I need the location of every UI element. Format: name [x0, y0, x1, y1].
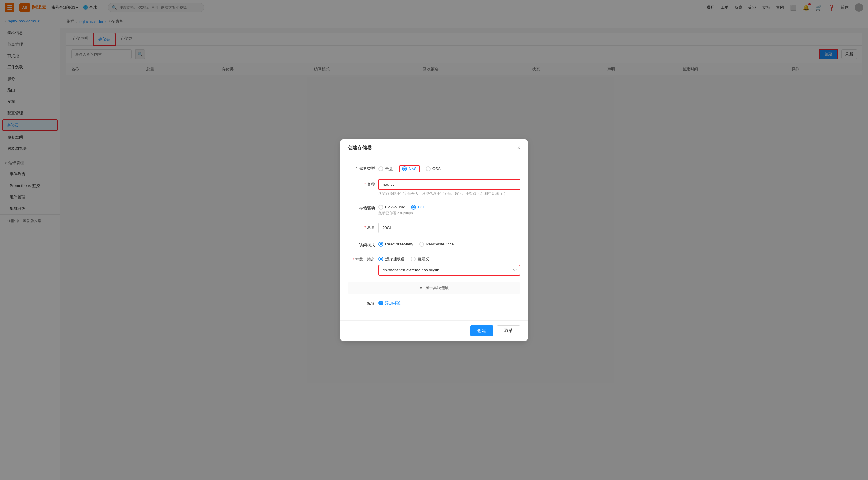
advanced-toggle-icon: ▼	[419, 285, 423, 290]
csi-radio[interactable]	[411, 205, 416, 210]
storage-type-content: 云盘 NAS OSS	[378, 163, 520, 172]
driver-csi[interactable]: CSI	[411, 205, 424, 210]
driver-hint: 集群已部署 csi-plugin	[378, 211, 520, 216]
add-tag-button[interactable]: + 添加标签	[378, 299, 520, 306]
driver-radio-group: Flexvolume CSI	[378, 203, 520, 210]
csi-label: CSI	[418, 205, 424, 209]
name-label: 名称	[348, 179, 375, 187]
cloud-label: 云盘	[385, 166, 393, 172]
tags-content: + 添加标签	[378, 299, 520, 306]
driver-label: 存储驱动	[348, 203, 375, 211]
access-mode-content: ReadWriteMany ReadWriteOnce	[378, 240, 520, 247]
access-mode-row: 访问模式 ReadWriteMany ReadWriteOnce	[348, 240, 520, 248]
modal-body: 存储卷类型 云盘 NAS OSS	[340, 156, 528, 320]
advanced-options-toggle[interactable]: ▼ 显示高级选项	[348, 282, 520, 294]
rwm-label: ReadWriteMany	[385, 242, 413, 246]
flexvolume-radio[interactable]	[378, 205, 383, 210]
tags-row: 标签 + 添加标签	[348, 299, 520, 306]
mount-select-label: 选择挂载点	[385, 256, 405, 262]
modal-submit-button[interactable]: 创建	[470, 325, 493, 336]
name-hint: 名称必须以小写字母开头，只能包含小写字母、数字、小数点（.）和中划线（-）	[378, 191, 520, 196]
mount-select-radio[interactable]	[378, 256, 383, 262]
cloud-radio[interactable]	[378, 166, 383, 171]
tags-label: 标签	[348, 299, 375, 306]
rwo-label: ReadWriteOnce	[426, 242, 454, 246]
mount-custom-option[interactable]: 自定义	[411, 256, 429, 262]
access-mode-rwm[interactable]: ReadWriteMany	[378, 242, 413, 247]
modal-footer: 创建 取消	[340, 320, 528, 341]
nas-label: NAS	[409, 166, 417, 171]
mount-domain-radio-group: 选择挂载点 自定义	[378, 254, 520, 262]
mount-custom-label: 自定义	[417, 256, 429, 262]
mount-domain-label: 挂载点域名	[348, 254, 375, 262]
storage-type-oss[interactable]: OSS	[426, 166, 441, 171]
add-tag-icon: +	[378, 301, 383, 305]
oss-radio[interactable]	[426, 166, 431, 171]
storage-type-cloud[interactable]: 云盘	[378, 166, 393, 172]
driver-flexvolume[interactable]: Flexvolume	[378, 205, 405, 210]
capacity-input[interactable]	[378, 222, 520, 233]
create-storage-modal: 创建存储卷 × 存储卷类型 云盘 NAS	[340, 139, 528, 341]
oss-label: OSS	[433, 166, 441, 171]
driver-row: 存储驱动 Flexvolume CSI 集群已部署 csi-plugin	[348, 203, 520, 216]
name-content: 名称必须以小写字母开头，只能包含小写字母、数字、小数点（.）和中划线（-）	[378, 179, 520, 196]
access-mode-rwo[interactable]: ReadWriteOnce	[419, 242, 454, 247]
modal-title: 创建存储卷	[348, 145, 372, 151]
storage-type-nas[interactable]: NAS	[399, 165, 420, 172]
name-row: 名称 名称必须以小写字母开头，只能包含小写字母、数字、小数点（.）和中划线（-）	[348, 179, 520, 196]
mount-domain-content: 选择挂载点 自定义 cn-shenzhen.extreme.nas.aliyun	[378, 254, 520, 276]
add-tag-label: 添加标签	[385, 300, 401, 306]
mount-domain-row: 挂载点域名 选择挂载点 自定义 cn-shenzhen.extreme.	[348, 254, 520, 276]
capacity-row: 总量	[348, 222, 520, 233]
modal-header: 创建存储卷 ×	[340, 139, 528, 156]
mount-custom-radio[interactable]	[411, 256, 415, 262]
nas-radio[interactable]	[402, 166, 407, 171]
access-mode-label: 访问模式	[348, 240, 375, 248]
modal-overlay: 创建存储卷 × 存储卷类型 云盘 NAS	[0, 0, 868, 480]
modal-cancel-button[interactable]: 取消	[497, 325, 520, 336]
rwm-radio[interactable]	[378, 242, 383, 247]
mount-select-option[interactable]: 选择挂载点	[378, 256, 405, 262]
capacity-content	[378, 222, 520, 233]
mount-domain-select[interactable]: cn-shenzhen.extreme.nas.aliyun	[378, 265, 520, 276]
access-mode-radio-group: ReadWriteMany ReadWriteOnce	[378, 240, 520, 247]
rwo-radio[interactable]	[419, 242, 424, 247]
advanced-toggle-label: 显示高级选项	[425, 285, 449, 290]
storage-type-label: 存储卷类型	[348, 163, 375, 171]
modal-close-button[interactable]: ×	[517, 145, 520, 150]
driver-content: Flexvolume CSI 集群已部署 csi-plugin	[378, 203, 520, 216]
name-input[interactable]	[378, 179, 520, 190]
flexvolume-label: Flexvolume	[385, 205, 405, 209]
capacity-label: 总量	[348, 222, 375, 230]
storage-type-row: 存储卷类型 云盘 NAS OSS	[348, 163, 520, 172]
storage-type-radio-group: 云盘 NAS OSS	[378, 163, 520, 172]
